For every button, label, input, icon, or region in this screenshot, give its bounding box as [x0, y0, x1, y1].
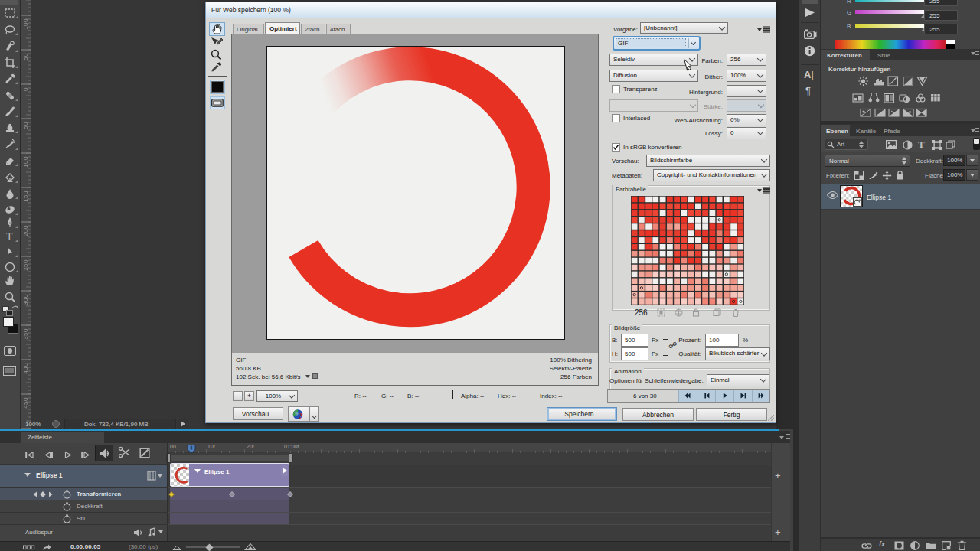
svg-text:x: x: [909, 109, 911, 114]
svg-text:?: ?: [299, 411, 303, 420]
svg-text:T: T: [6, 231, 13, 243]
